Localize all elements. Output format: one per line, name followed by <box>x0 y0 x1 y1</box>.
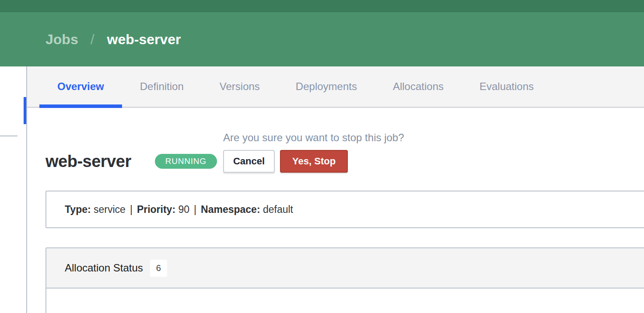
tab-overview[interactable]: Overview <box>39 66 122 107</box>
yes-stop-button[interactable]: Yes, Stop <box>280 150 348 173</box>
nomad-job-page: Jobs / web-server Overview Definition Ve… <box>0 0 644 313</box>
meta-priority-value: 90 <box>178 204 189 216</box>
breadcrumb-current-job: web-server <box>107 31 181 48</box>
job-tab-bar: Overview Definition Versions Deployments… <box>27 66 644 108</box>
allocation-status-title: Allocation Status <box>65 262 143 274</box>
tab-evaluations[interactable]: Evaluations <box>462 66 552 107</box>
gutter-divider <box>0 136 18 136</box>
gutter-active-indicator <box>24 97 26 124</box>
page-title: web-server <box>46 152 131 171</box>
tab-deployments[interactable]: Deployments <box>278 66 375 107</box>
allocation-count-badge: 6 <box>150 260 167 277</box>
meta-type-label: Type: <box>65 204 91 216</box>
top-chrome-strip <box>0 0 644 12</box>
tab-versions[interactable]: Versions <box>202 66 278 107</box>
page-header: Jobs / web-server <box>0 12 644 66</box>
cancel-button[interactable]: Cancel <box>223 150 275 173</box>
job-meta-box: Type: service|Priority: 90|Namespace: de… <box>46 191 644 228</box>
job-overview-content: web-server RUNNING Are you sure you want… <box>27 109 644 313</box>
breadcrumb: Jobs / web-server <box>0 31 181 48</box>
tab-allocations[interactable]: Allocations <box>375 66 462 107</box>
tab-definition[interactable]: Definition <box>122 66 202 107</box>
meta-divider: | <box>130 204 133 216</box>
meta-divider: | <box>194 204 196 216</box>
status-badge: RUNNING <box>155 154 217 169</box>
meta-priority-label: Priority: <box>137 204 175 216</box>
stop-confirm-prompt: Are you sure you want to stop this job? <box>223 132 404 144</box>
main-panel: Overview Definition Versions Deployments… <box>27 66 644 313</box>
breadcrumb-jobs-link[interactable]: Jobs <box>46 31 78 48</box>
meta-namespace-label: Namespace: <box>201 204 260 216</box>
meta-type-value: service <box>94 204 126 216</box>
job-title-row: web-server RUNNING Are you sure you want… <box>46 150 348 173</box>
allocation-status-header: Allocation Status 6 <box>46 248 644 289</box>
left-gutter <box>0 66 27 313</box>
breadcrumb-separator: / <box>91 31 94 48</box>
allocation-status-section: Allocation Status 6 <box>46 247 644 313</box>
workspace: Overview Definition Versions Deployments… <box>0 66 644 313</box>
allocation-status-body <box>46 289 644 313</box>
meta-namespace-value: default <box>263 204 293 216</box>
stop-confirm-actions: Are you sure you want to stop this job? … <box>223 150 348 173</box>
